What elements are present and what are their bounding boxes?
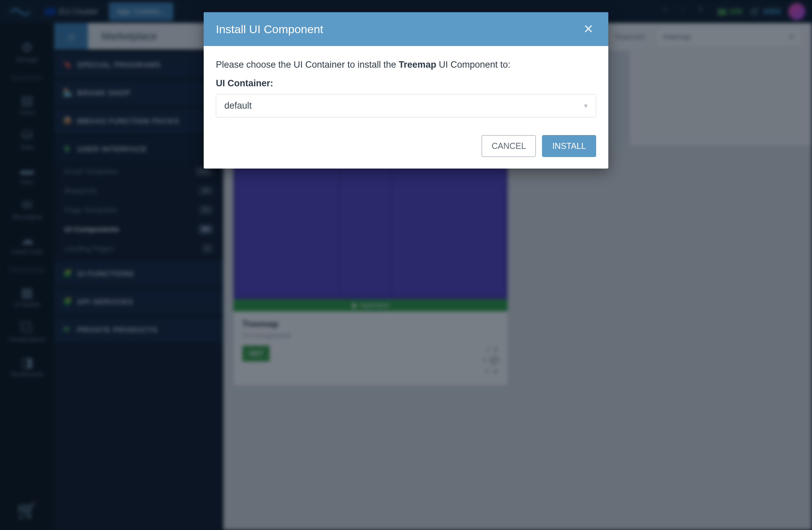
modal-label: UI Container: (216, 78, 596, 89)
modal-body: Please choose the UI Container to instal… (204, 46, 608, 128)
cancel-button[interactable]: CANCEL (481, 135, 536, 157)
modal-header: Install UI Component ✕ (204, 12, 608, 46)
install-button[interactable]: INSTALL (542, 135, 596, 157)
ui-container-select[interactable]: default ▾ (216, 94, 596, 117)
select-value: default (224, 101, 252, 111)
modal-prompt: Please choose the UI Container to instal… (216, 58, 596, 71)
modal-overlay[interactable]: Install UI Component ✕ Please choose the… (0, 0, 812, 530)
modal-footer: CANCEL INSTALL (204, 128, 608, 169)
close-icon[interactable]: ✕ (581, 22, 596, 37)
modal-title: Install UI Component (216, 23, 323, 36)
chevron-down-icon: ▾ (584, 102, 588, 110)
install-modal: Install UI Component ✕ Please choose the… (204, 12, 608, 169)
